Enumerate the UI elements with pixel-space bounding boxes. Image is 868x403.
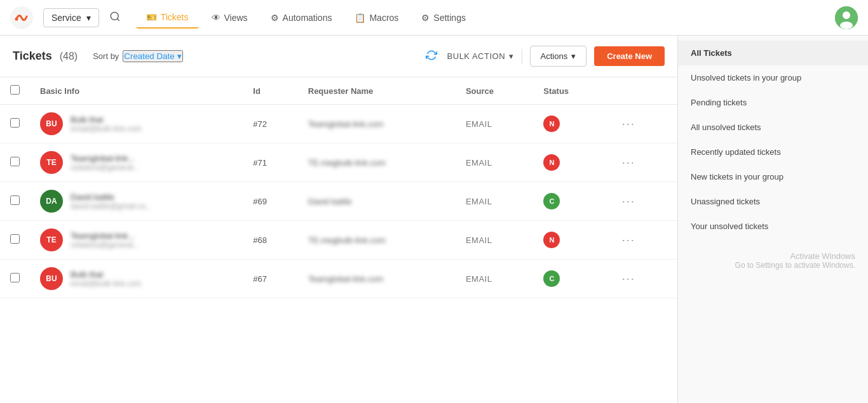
row-checkbox-cell — [0, 221, 30, 260]
nav-item-automations[interactable]: ⚙ Automations — [261, 8, 342, 28]
basic-info-name: Teamglobal-link... — [71, 154, 139, 163]
row-more-cell: ··· — [607, 105, 677, 143]
basic-info-cell: BU Bulb that email@bulb-link.com — [30, 260, 243, 298]
sidebar-item-all-unsolved[interactable]: All unsolved tickets — [678, 115, 868, 140]
requester-name: David battle — [298, 182, 456, 221]
avatar[interactable] — [835, 6, 858, 29]
left-content: Tickets (48) Sort by Created Date ▾ — [0, 36, 677, 403]
source: EMAIL — [456, 143, 533, 182]
sidebar-item-all-tickets[interactable]: All Tickets — [678, 41, 868, 65]
tickets-table: Basic Info Id Requester Name Source Stat… — [0, 77, 677, 298]
requester-name: TE.megbulb-link.com — [298, 221, 456, 260]
basic-info-cell: BU Bulb that email@bulb-link.com — [30, 105, 243, 143]
column-actions — [607, 77, 677, 105]
row-checkbox-1[interactable] — [10, 157, 20, 166]
status-cell: C — [533, 182, 606, 221]
basic-info-name: David battle — [71, 192, 152, 202]
tickets-icon: 🎫 — [146, 12, 157, 22]
select-all-checkbox[interactable] — [10, 85, 20, 95]
avatar-circle: BU — [40, 112, 63, 135]
macros-icon: 📋 — [355, 13, 365, 23]
sidebar-item-recently-updated[interactable]: Recently updated tickets — [678, 140, 868, 164]
refresh-button[interactable] — [423, 47, 440, 66]
status-badge: N — [543, 232, 560, 248]
toolbar: Tickets (48) Sort by Created Date ▾ — [0, 36, 677, 77]
page-title: Tickets — [13, 50, 52, 63]
basic-info-cell: DA David battle david.battle@gmail.co... — [30, 182, 243, 221]
row-more-button[interactable]: ··· — [617, 231, 641, 249]
sidebar-item-your-unsolved[interactable]: Your unsolved tickets — [678, 214, 868, 239]
basic-info-text: David battle david.battle@gmail.co... — [71, 192, 152, 211]
activate-windows-subtitle: Go to Settings to activate Windows. — [691, 261, 855, 270]
avatar-circle: BU — [40, 267, 63, 290]
create-new-button[interactable]: Create New — [594, 46, 665, 66]
nav-item-settings[interactable]: ⚙ Settings — [411, 8, 476, 28]
requester-name: TE.megbulb-link.com — [298, 143, 456, 182]
row-checkbox-cell — [0, 143, 30, 182]
toolbar-divider — [522, 49, 522, 64]
basic-info-text: Teamglobal-link... celadora@general... — [71, 154, 139, 172]
basic-info-name: Teamglobal-link... — [71, 231, 139, 241]
activate-windows-title: Activate Windows — [691, 251, 855, 261]
avatar-circle: DA — [40, 190, 63, 213]
status-badge: C — [543, 193, 560, 209]
basic-info-text: Bulb that email@bulb-link.com — [71, 270, 142, 288]
status-badge: N — [543, 154, 560, 171]
row-checkbox-4[interactable] — [10, 273, 20, 282]
basic-info-email: email@bulb-link.com — [71, 124, 142, 133]
search-button[interactable] — [104, 6, 126, 29]
row-more-cell: ··· — [607, 182, 677, 221]
sidebar-item-new-in-group[interactable]: New tickets in your group — [678, 164, 868, 189]
row-more-button[interactable]: ··· — [617, 192, 641, 211]
main-content: Tickets (48) Sort by Created Date ▾ — [0, 36, 868, 403]
row-more-button[interactable]: ··· — [617, 154, 641, 172]
row-checkbox-2[interactable] — [10, 195, 20, 205]
status-cell: N — [533, 105, 606, 143]
svg-point-5 — [843, 11, 850, 19]
column-id: Id — [243, 77, 297, 105]
table-row: BU Bulb that email@bulb-link.com #72 Tea… — [0, 105, 677, 143]
basic-info-email: email@bulb-link.com — [71, 279, 142, 288]
nav-item-tickets[interactable]: 🎫 Tickets — [136, 7, 199, 29]
row-more-cell: ··· — [607, 221, 677, 260]
service-dropdown[interactable]: Service ▾ — [43, 8, 99, 27]
row-checkbox-cell — [0, 260, 30, 298]
basic-info-text: Teamglobal-link... celadora@general... — [71, 231, 139, 249]
sort-value-button[interactable]: Created Date ▾ — [123, 50, 182, 62]
basic-info-email: celadora@general... — [71, 163, 139, 172]
nav-item-macros[interactable]: 📋 Macros — [344, 8, 409, 28]
row-more-button[interactable]: ··· — [617, 115, 641, 133]
row-more-cell: ··· — [607, 260, 677, 298]
right-sidebar: All TicketsUnsolved tickets in your grou… — [677, 36, 868, 403]
avatar-circle: TE — [40, 151, 63, 174]
sidebar-item-unsolved-group[interactable]: Unsolved tickets in your group — [678, 65, 868, 90]
status-badge: C — [543, 270, 560, 287]
nav-item-views[interactable]: 👁 Views — [201, 8, 258, 28]
bulk-action-button[interactable]: BULK ACTION ▾ — [447, 51, 514, 61]
row-checkbox-cell — [0, 182, 30, 221]
column-source: Source — [456, 77, 533, 105]
row-more-cell: ··· — [607, 143, 677, 182]
chevron-down-icon: ▾ — [509, 51, 514, 61]
table-header-row: Basic Info Id Requester Name Source Stat… — [0, 77, 677, 105]
source: EMAIL — [456, 105, 533, 143]
requester-name: Teamglobal-link.com — [298, 260, 456, 298]
basic-info-cell: TE Teamglobal-link... celadora@general..… — [30, 143, 243, 182]
select-all-header — [0, 77, 30, 105]
svg-line-3 — [117, 18, 119, 20]
avatar-circle: TE — [40, 228, 63, 251]
row-more-button[interactable]: ··· — [617, 270, 641, 288]
automations-icon: ⚙ — [271, 13, 279, 23]
sidebar-item-unassigned[interactable]: Unassigned tickets — [678, 189, 868, 214]
row-checkbox-3[interactable] — [10, 234, 20, 244]
source: EMAIL — [456, 221, 533, 260]
basic-info-name: Bulb that — [71, 270, 142, 279]
ticket-id: #68 — [243, 221, 297, 260]
sidebar-item-pending[interactable]: Pending tickets — [678, 90, 868, 115]
table-row: BU Bulb that email@bulb-link.com #67 Tea… — [0, 260, 677, 298]
column-basic-info: Basic Info — [30, 77, 243, 105]
row-checkbox-0[interactable] — [10, 118, 20, 128]
basic-info-email: celadora@general... — [71, 241, 139, 249]
actions-button[interactable]: Actions ▾ — [530, 46, 587, 67]
svg-point-6 — [840, 22, 853, 29]
